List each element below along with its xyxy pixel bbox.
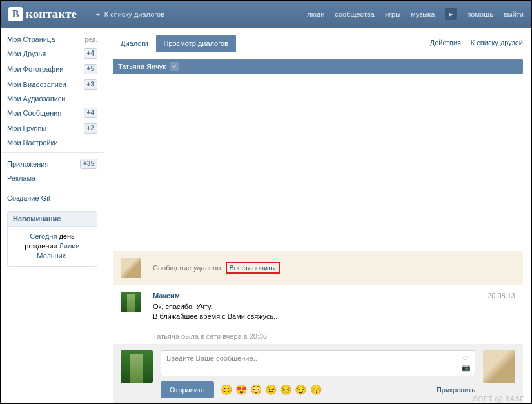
- sidebar-item-messages[interactable]: Мои Сообщения+4: [1, 105, 104, 121]
- nav-music[interactable]: музыка: [411, 10, 435, 18]
- top-header: В контакте К списку диалогов люди сообще…: [1, 1, 531, 28]
- nav-logout[interactable]: выйти: [504, 10, 524, 18]
- nav-games[interactable]: игры: [385, 10, 400, 18]
- sidebar-item-apps[interactable]: Приложения+35: [1, 156, 104, 172]
- sidebar-item-ads[interactable]: Реклама: [1, 172, 104, 185]
- send-button[interactable]: Отправить: [161, 381, 214, 398]
- nav-help[interactable]: помощь: [467, 10, 493, 18]
- message-date: 20.08.13: [488, 292, 515, 299]
- actions-link[interactable]: Действия: [430, 39, 461, 46]
- message-row: Максим 20.08.13 Ок, спасибо! Учту. В бли…: [113, 285, 523, 328]
- main-panel: Диалоги Просмотр диалогов Действия | К с…: [104, 28, 531, 404]
- deleted-text: Сообщение удалено.: [153, 264, 222, 272]
- watermark: SOFT ● BASE: [473, 396, 525, 403]
- message-text: Ок, спасибо! Учту. В ближайшее время с В…: [153, 302, 515, 321]
- emoji-row[interactable]: 😊 😍 😳 😉 😣 😏 😚: [221, 384, 322, 396]
- recipient-avatar[interactable]: [483, 350, 515, 383]
- sidebar-item-groups[interactable]: Мои Группы+2: [1, 121, 104, 136]
- reminder-body: Сегодня день рождения Лилии Мельник.: [8, 227, 97, 266]
- logo[interactable]: В контакте: [8, 7, 77, 21]
- sidebar-item-friends[interactable]: Мои Друзья+4: [1, 46, 104, 61]
- sidebar-item-videos[interactable]: Мои Видеозаписи+3: [1, 77, 104, 92]
- smile-icon[interactable]: ☺: [462, 354, 471, 361]
- my-avatar[interactable]: [121, 350, 153, 383]
- logo-text: контакте: [26, 7, 77, 21]
- sidebar-item-audio[interactable]: Мои Аудиозаписи: [1, 92, 104, 105]
- reminder-today-link[interactable]: Сегодня: [30, 232, 57, 240]
- tab-dialogs[interactable]: Диалоги: [113, 35, 156, 52]
- person-chip[interactable]: Татьяна Янчук ✕: [113, 59, 523, 74]
- sidebar-item-gif[interactable]: Создание Gif: [1, 192, 104, 205]
- message-input[interactable]: Введите Ваше сообщение.. ☺ 📷: [161, 350, 475, 376]
- nav-people[interactable]: люди: [307, 10, 324, 18]
- camera-icon[interactable]: 📷: [462, 363, 471, 372]
- person-chip-name: Татьяна Янчук: [118, 63, 166, 70]
- deleted-message-row: Сообщение удалено. Восстановить.: [113, 251, 523, 285]
- last-seen-text: Татьяна была в сети вчера в 20:36: [113, 328, 523, 344]
- compose-area: Введите Ваше сообщение.. ☺ 📷 Отправить 😊…: [113, 344, 523, 404]
- reminder-box: Напоминание Сегодня день рождения Лилии …: [7, 211, 97, 267]
- left-sidebar: Моя Страницаред. Мои Друзья+4 Мои Фотогр…: [1, 28, 104, 404]
- nav-communities[interactable]: сообщества: [335, 10, 375, 18]
- sidebar-item-my-page[interactable]: Моя Страницаред.: [1, 33, 104, 46]
- tab-view-dialogs[interactable]: Просмотр диалогов: [156, 35, 236, 52]
- friends-list-link[interactable]: К списку друзей: [471, 39, 523, 46]
- back-to-dialogs-link[interactable]: К списку диалогов: [95, 10, 164, 18]
- avatar[interactable]: [121, 258, 141, 278]
- sidebar-item-photos[interactable]: Мои Фотографии+5: [1, 61, 104, 77]
- attach-link[interactable]: Прикрепить: [437, 386, 475, 394]
- sidebar-item-settings[interactable]: Мои Настройки: [1, 136, 104, 149]
- tab-bar: Диалоги Просмотр диалогов Действия | К с…: [113, 33, 523, 52]
- messages-area: Сообщение удалено. Восстановить. Максим …: [113, 74, 523, 404]
- reminder-title: Напоминание: [8, 212, 97, 227]
- logo-icon: В: [8, 7, 23, 21]
- top-nav: люди сообщества игры музыка ▶ помощь вый…: [307, 8, 524, 20]
- avatar[interactable]: [121, 292, 141, 312]
- close-icon[interactable]: ✕: [170, 62, 179, 71]
- restore-link[interactable]: Восстановить.: [226, 262, 280, 274]
- play-icon[interactable]: ▶: [445, 8, 457, 20]
- message-sender-link[interactable]: Максим: [153, 292, 180, 299]
